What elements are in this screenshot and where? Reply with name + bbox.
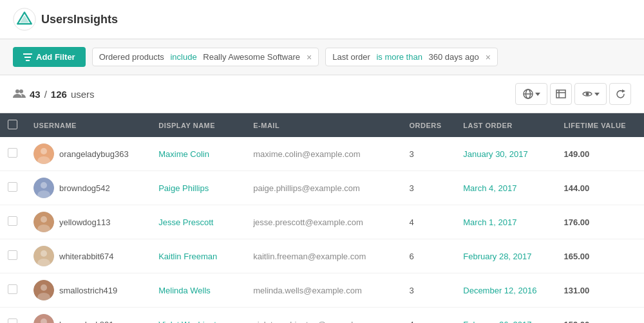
filter2-prefix: Last order <box>332 52 372 62</box>
lifetime-value: 159.00 <box>564 320 590 324</box>
table-header-row: USERNAME DISPLAY NAME E-MAIL ORDERS LAST… <box>0 113 644 137</box>
col-orders[interactable]: ORDERS <box>402 113 456 137</box>
display-name[interactable]: Kaitlin Freeman <box>158 252 217 261</box>
display-name-cell: Maxime Colin <box>151 137 245 171</box>
avatar <box>33 314 54 323</box>
username: brownduck891 <box>59 320 114 324</box>
svg-point-29 <box>41 284 47 291</box>
row-checkbox[interactable] <box>8 318 17 323</box>
email-cell: maxime.colin@example.com <box>245 137 401 171</box>
svg-point-23 <box>41 216 47 223</box>
row-checkbox[interactable] <box>8 182 17 192</box>
email: kaitlin.freeman@example.com <box>253 252 366 261</box>
refresh-button[interactable] <box>609 83 631 105</box>
email: violet.washington@example.com <box>253 320 375 324</box>
stats-total: 126 <box>51 89 67 100</box>
filter2-close[interactable]: × <box>486 53 491 62</box>
user-cell: brownduck891 <box>33 314 143 323</box>
table-row: browndog542 Paige Phillips paige.phillip… <box>0 171 644 205</box>
orders-cell: 6 <box>402 239 456 273</box>
orders-count: 3 <box>410 183 414 193</box>
filter-icon <box>23 53 32 61</box>
display-name[interactable]: Maxime Colin <box>158 149 209 159</box>
last-order: March 1, 2017 <box>463 217 516 227</box>
orders-cell: 3 <box>402 137 456 171</box>
lifetime-value-cell: 149.00 <box>556 137 644 171</box>
lifetime-value: 131.00 <box>564 286 590 295</box>
last-order-cell: February 26, 2017 <box>455 308 556 324</box>
email: maxime.colin@example.com <box>253 149 360 159</box>
row-checkbox-cell <box>0 137 26 171</box>
orders-count: 6 <box>410 252 414 261</box>
col-display-name[interactable]: DISPLAY NAME <box>151 113 245 137</box>
row-checkbox-cell <box>0 205 26 239</box>
last-order: March 4, 2017 <box>463 183 516 193</box>
svg-marker-15 <box>622 89 625 93</box>
stats-filtered: 43 <box>30 89 41 100</box>
col-username[interactable]: USERNAME <box>26 113 151 137</box>
header-checkbox[interactable] <box>8 120 17 129</box>
svg-point-14 <box>585 93 589 96</box>
orders-count: 3 <box>410 149 414 159</box>
view-toggle-button[interactable] <box>574 83 607 105</box>
filter1-suffix: Really Awesome Software <box>201 52 300 62</box>
row-checkbox[interactable] <box>8 284 17 294</box>
col-lifetime-value[interactable]: LIFETIME VALUE <box>556 113 644 137</box>
stats-text: 43 / 126 users <box>13 89 95 100</box>
users-table: USERNAME DISPLAY NAME E-MAIL ORDERS LAST… <box>0 113 644 323</box>
svg-point-26 <box>41 250 47 257</box>
filter-tag-1: Ordered products include Really Awesome … <box>92 48 319 66</box>
username-cell: brownduck891 <box>26 308 151 324</box>
globe-icon <box>523 89 533 99</box>
add-filter-button[interactable]: Add Filter <box>13 47 86 67</box>
table-row: whiterabbit674 Kaitlin Freeman kaitlin.f… <box>0 239 644 273</box>
header: UsersInsights <box>0 0 644 39</box>
user-cell: orangeladybug363 <box>33 143 143 164</box>
row-checkbox-cell <box>0 171 26 205</box>
col-email[interactable]: E-MAIL <box>245 113 401 137</box>
svg-rect-3 <box>23 53 32 55</box>
avatar <box>33 143 54 164</box>
col-checkbox <box>0 113 26 137</box>
filter2-suffix: 360 days ago <box>426 52 479 62</box>
filter1-close[interactable]: × <box>307 53 312 62</box>
username-cell: orangeladybug363 <box>26 137 151 171</box>
email: paige.phillips@example.com <box>253 183 360 193</box>
row-checkbox-cell <box>0 308 26 324</box>
lifetime-value-cell: 131.00 <box>556 273 644 308</box>
row-checkbox[interactable] <box>8 250 17 260</box>
filter2-highlight: is more than <box>376 52 422 62</box>
last-order-cell: December 12, 2016 <box>455 273 556 308</box>
svg-point-7 <box>19 89 23 93</box>
display-name[interactable]: Jesse Prescott <box>158 217 213 227</box>
lifetime-value: 176.00 <box>564 217 590 227</box>
chevron-down-icon <box>535 93 540 96</box>
display-name[interactable]: Melinda Wells <box>158 286 211 295</box>
row-checkbox-cell <box>0 239 26 273</box>
lifetime-value: 165.00 <box>564 252 590 261</box>
table-view-button[interactable] <box>550 83 572 105</box>
stats-actions <box>515 83 631 105</box>
svg-rect-4 <box>24 57 31 58</box>
display-name[interactable]: Paige Phillips <box>158 183 209 193</box>
stats-separator: / <box>44 89 47 100</box>
filter-tag-2: Last order is more than 360 days ago × <box>325 48 498 66</box>
last-order-cell: March 4, 2017 <box>455 171 556 205</box>
col-last-order[interactable]: LAST ORDER <box>455 113 556 137</box>
avatar <box>33 212 54 232</box>
row-checkbox[interactable] <box>8 148 17 158</box>
row-checkbox[interactable] <box>8 216 17 226</box>
user-cell: browndog542 <box>33 178 143 198</box>
lifetime-value-cell: 159.00 <box>556 308 644 324</box>
username-cell: smallostrich419 <box>26 273 151 308</box>
filter-bar: Add Filter Ordered products include Real… <box>0 39 644 75</box>
display-name-cell: Jesse Prescott <box>151 205 245 239</box>
orders-cell: 4 <box>402 205 456 239</box>
username-cell: whiterabbit674 <box>26 239 151 273</box>
display-name[interactable]: Violet Washington <box>158 320 225 324</box>
orders-count: 4 <box>410 217 414 227</box>
globe-button[interactable] <box>515 83 547 105</box>
chevron-down-icon-2 <box>594 93 600 96</box>
table-row: yellowdog113 Jesse Prescott jesse.presco… <box>0 205 644 239</box>
users-icon <box>13 89 26 99</box>
